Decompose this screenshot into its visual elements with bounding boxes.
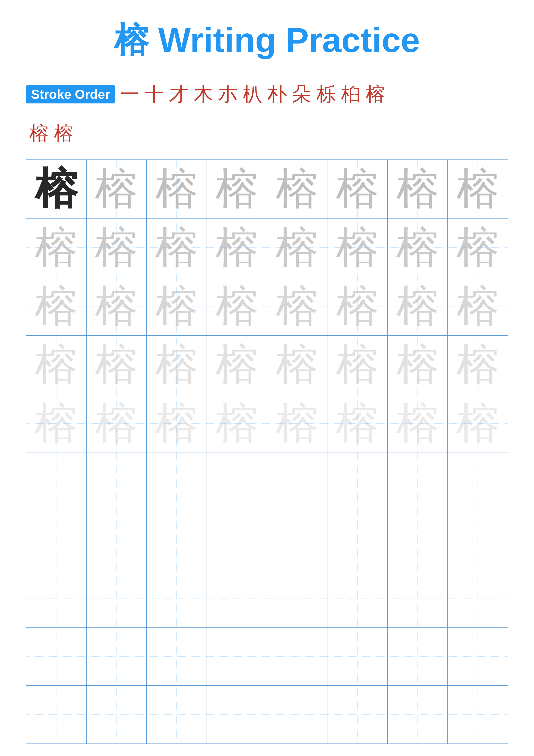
cell-7-4[interactable] [207,511,267,569]
cell-7-8[interactable] [447,511,508,569]
cell-4-5[interactable]: 榕 [267,336,327,394]
cell-8-5[interactable] [267,569,327,627]
cell-8-4[interactable] [207,569,267,627]
cell-2-7[interactable]: 榕 [388,218,448,277]
stroke-12: 榕 [27,120,51,147]
cell-1-2[interactable]: 榕 [87,160,147,218]
cell-9-2[interactable] [87,627,147,686]
cell-8-1[interactable] [26,569,87,627]
practice-char: 榕 [456,165,499,213]
cell-6-7[interactable] [388,453,448,511]
cell-1-4[interactable]: 榕 [207,160,267,218]
cell-5-1[interactable]: 榕 [26,394,87,453]
practice-char: 榕 [35,165,78,213]
cell-1-7[interactable]: 榕 [388,160,448,218]
practice-char: 榕 [216,282,259,330]
cell-9-3[interactable] [146,627,207,686]
cell-9-5[interactable] [267,627,327,686]
cell-4-6[interactable]: 榕 [327,336,388,394]
cell-6-1[interactable] [26,453,87,511]
cell-7-5[interactable] [267,511,327,569]
cell-4-2[interactable]: 榕 [87,336,147,394]
cell-9-1[interactable] [26,627,87,686]
cell-4-4[interactable]: 榕 [207,336,267,394]
cell-2-1[interactable]: 榕 [26,218,87,277]
cell-8-7[interactable] [388,569,448,627]
practice-row-2: 榕 榕 榕 榕 榕 榕 榕 榕 [26,218,508,277]
practice-row-8 [26,569,508,627]
cell-10-7[interactable] [388,686,448,744]
stroke-4: 木 [191,81,216,107]
cell-3-7[interactable]: 榕 [388,277,448,336]
cell-1-8[interactable]: 榕 [447,160,508,218]
cell-10-4[interactable] [207,686,267,744]
cell-7-2[interactable] [87,511,147,569]
cell-1-1[interactable]: 榕 [26,160,87,218]
cell-1-5[interactable]: 榕 [267,160,327,218]
cell-2-2[interactable]: 榕 [87,218,147,277]
cell-2-8[interactable]: 榕 [447,218,508,277]
practice-row-3: 榕 榕 榕 榕 榕 榕 榕 榕 [26,277,508,336]
cell-10-3[interactable] [146,686,207,744]
cell-1-6[interactable]: 榕 [327,160,388,218]
cell-7-7[interactable] [388,511,448,569]
cell-3-3[interactable]: 榕 [146,277,207,336]
cell-5-6[interactable]: 榕 [327,394,388,453]
cell-1-3[interactable]: 榕 [146,160,207,218]
cell-8-3[interactable] [146,569,207,627]
cell-2-4[interactable]: 榕 [207,218,267,277]
cell-10-1[interactable] [26,686,87,744]
practice-char: 榕 [336,165,379,213]
cell-10-6[interactable] [327,686,388,744]
cell-7-3[interactable] [146,511,207,569]
cell-10-8[interactable] [447,686,508,744]
cell-5-2[interactable]: 榕 [87,394,147,453]
practice-char: 榕 [336,282,379,330]
practice-char: 榕 [155,224,198,271]
cell-2-3[interactable]: 榕 [146,218,207,277]
practice-char: 榕 [396,399,439,447]
practice-char: 榕 [216,399,259,447]
cell-6-2[interactable] [87,453,147,511]
cell-7-6[interactable] [327,511,388,569]
cell-6-8[interactable] [447,453,508,511]
cell-4-3[interactable]: 榕 [146,336,207,394]
cell-3-1[interactable]: 榕 [26,277,87,336]
cell-5-7[interactable]: 榕 [388,394,448,453]
cell-10-2[interactable] [87,686,147,744]
cell-6-5[interactable] [267,453,327,511]
cell-3-4[interactable]: 榕 [207,277,267,336]
cell-3-8[interactable]: 榕 [447,277,508,336]
cell-4-7[interactable]: 榕 [388,336,448,394]
cell-8-8[interactable] [447,569,508,627]
practice-char: 榕 [396,341,439,389]
cell-6-6[interactable] [327,453,388,511]
practice-char: 榕 [95,224,138,271]
cell-5-4[interactable]: 榕 [207,394,267,453]
cell-5-8[interactable]: 榕 [447,394,508,453]
cell-6-3[interactable] [146,453,207,511]
cell-3-6[interactable]: 榕 [327,277,388,336]
page-title: 榕 Writing Practice [26,17,508,64]
cell-10-5[interactable] [267,686,327,744]
practice-char: 榕 [155,399,198,447]
practice-char: 榕 [35,341,78,389]
cell-4-8[interactable]: 榕 [447,336,508,394]
cell-5-3[interactable]: 榕 [146,394,207,453]
cell-5-5[interactable]: 榕 [267,394,327,453]
cell-9-8[interactable] [447,627,508,686]
cell-7-1[interactable] [26,511,87,569]
cell-6-4[interactable] [207,453,267,511]
cell-3-5[interactable]: 榕 [267,277,327,336]
cell-8-2[interactable] [87,569,147,627]
practice-char: 榕 [456,224,499,271]
practice-char: 榕 [336,399,379,447]
cell-9-6[interactable] [327,627,388,686]
cell-8-6[interactable] [327,569,388,627]
cell-2-6[interactable]: 榕 [327,218,388,277]
cell-9-4[interactable] [207,627,267,686]
cell-9-7[interactable] [388,627,448,686]
cell-4-1[interactable]: 榕 [26,336,87,394]
cell-2-5[interactable]: 榕 [267,218,327,277]
cell-3-2[interactable]: 榕 [87,277,147,336]
